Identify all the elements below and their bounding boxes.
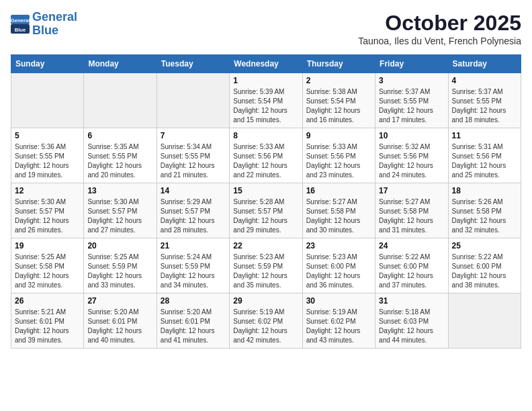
day-number: 14 — [161, 186, 226, 195]
day-info: Sunrise: 5:22 AMSunset: 6:00 PMDaylight:… — [379, 253, 444, 290]
calendar-cell: 3Sunrise: 5:37 AMSunset: 5:55 PMDaylight… — [375, 73, 448, 128]
day-info: Sunrise: 5:21 AMSunset: 6:01 PMDaylight:… — [15, 308, 80, 345]
calendar-cell: 2Sunrise: 5:38 AMSunset: 5:54 PMDaylight… — [302, 73, 375, 128]
day-info: Sunrise: 5:27 AMSunset: 5:58 PMDaylight:… — [306, 197, 371, 235]
day-number: 2 — [306, 76, 371, 85]
day-info: Sunrise: 5:34 AMSunset: 5:55 PMDaylight:… — [161, 142, 226, 180]
day-number: 20 — [87, 241, 152, 250]
day-info: Sunrise: 5:31 AMSunset: 5:56 PMDaylight:… — [452, 142, 517, 180]
day-info: Sunrise: 5:37 AMSunset: 5:55 PMDaylight:… — [379, 87, 444, 125]
day-info: Sunrise: 5:18 AMSunset: 6:03 PMDaylight:… — [379, 308, 444, 345]
calendar-cell: 22Sunrise: 5:23 AMSunset: 5:59 PMDayligh… — [230, 238, 302, 293]
calendar-cell: 28Sunrise: 5:20 AMSunset: 6:01 PMDayligh… — [157, 293, 229, 349]
calendar-cell: 14Sunrise: 5:29 AMSunset: 5:57 PMDayligh… — [157, 183, 229, 238]
day-info: Sunrise: 5:29 AMSunset: 5:57 PMDaylight:… — [161, 197, 226, 235]
day-info: Sunrise: 5:28 AMSunset: 5:57 PMDaylight:… — [233, 197, 298, 235]
calendar-cell: 31Sunrise: 5:18 AMSunset: 6:03 PMDayligh… — [375, 293, 448, 349]
day-info: Sunrise: 5:33 AMSunset: 5:56 PMDaylight:… — [233, 142, 298, 180]
day-number: 3 — [379, 76, 444, 85]
day-number: 4 — [452, 76, 517, 85]
day-number: 24 — [379, 241, 444, 250]
page-header: General Blue General Blue October 2025 T… — [11, 11, 521, 46]
day-info: Sunrise: 5:22 AMSunset: 6:00 PMDaylight:… — [452, 253, 517, 290]
day-number: 11 — [452, 131, 517, 140]
day-number: 18 — [452, 186, 517, 195]
calendar-cell: 15Sunrise: 5:28 AMSunset: 5:57 PMDayligh… — [230, 183, 302, 238]
day-number: 15 — [233, 186, 298, 195]
calendar-cell: 16Sunrise: 5:27 AMSunset: 5:58 PMDayligh… — [302, 183, 375, 238]
day-number: 27 — [87, 296, 152, 306]
calendar-cell: 12Sunrise: 5:30 AMSunset: 5:57 PMDayligh… — [11, 183, 84, 238]
calendar-cell: 11Sunrise: 5:31 AMSunset: 5:56 PMDayligh… — [448, 128, 521, 183]
day-number: 29 — [233, 296, 298, 306]
calendar-cell: 1Sunrise: 5:39 AMSunset: 5:54 PMDaylight… — [230, 73, 302, 128]
svg-text:Blue: Blue — [15, 26, 26, 32]
calendar-cell: 25Sunrise: 5:22 AMSunset: 6:00 PMDayligh… — [448, 238, 521, 293]
day-number: 19 — [15, 241, 80, 250]
calendar-cell: 7Sunrise: 5:34 AMSunset: 5:55 PMDaylight… — [157, 128, 229, 183]
calendar-cell: 13Sunrise: 5:30 AMSunset: 5:57 PMDayligh… — [84, 183, 157, 238]
day-number: 28 — [161, 296, 226, 306]
calendar-cell: 5Sunrise: 5:36 AMSunset: 5:55 PMDaylight… — [11, 128, 84, 183]
logo: General Blue General Blue — [11, 11, 77, 38]
day-info: Sunrise: 5:27 AMSunset: 5:58 PMDaylight:… — [379, 197, 444, 235]
calendar-cell — [448, 293, 521, 349]
month-title: October 2025 — [358, 11, 521, 36]
day-number: 31 — [379, 296, 444, 306]
day-number: 23 — [306, 241, 371, 250]
day-info: Sunrise: 5:20 AMSunset: 6:01 PMDaylight:… — [161, 308, 226, 345]
day-info: Sunrise: 5:23 AMSunset: 5:59 PMDaylight:… — [233, 253, 298, 290]
weekday-header-friday: Friday — [375, 55, 448, 73]
day-info: Sunrise: 5:30 AMSunset: 5:57 PMDaylight:… — [87, 197, 152, 235]
day-number: 21 — [161, 241, 226, 250]
svg-text:General: General — [11, 17, 30, 23]
weekday-header-monday: Monday — [84, 55, 157, 73]
location: Taunoa, Iles du Vent, French Polynesia — [358, 36, 521, 46]
day-info: Sunrise: 5:23 AMSunset: 6:00 PMDaylight:… — [306, 253, 371, 290]
day-info: Sunrise: 5:35 AMSunset: 5:55 PMDaylight:… — [87, 142, 152, 180]
calendar-cell: 23Sunrise: 5:23 AMSunset: 6:00 PMDayligh… — [302, 238, 375, 293]
day-info: Sunrise: 5:36 AMSunset: 5:55 PMDaylight:… — [15, 142, 80, 180]
weekday-header-wednesday: Wednesday — [230, 55, 302, 73]
day-info: Sunrise: 5:25 AMSunset: 5:58 PMDaylight:… — [15, 253, 80, 290]
day-number: 5 — [15, 131, 80, 140]
calendar-cell: 10Sunrise: 5:32 AMSunset: 5:56 PMDayligh… — [375, 128, 448, 183]
title-block: October 2025 Taunoa, Iles du Vent, Frenc… — [358, 11, 521, 46]
day-number: 9 — [306, 131, 371, 140]
calendar-cell — [84, 73, 157, 128]
calendar-cell: 18Sunrise: 5:26 AMSunset: 5:58 PMDayligh… — [448, 183, 521, 238]
day-number: 22 — [233, 241, 298, 250]
day-number: 13 — [87, 186, 152, 195]
day-number: 30 — [306, 296, 371, 306]
day-info: Sunrise: 5:33 AMSunset: 5:56 PMDaylight:… — [306, 142, 371, 180]
calendar-cell: 24Sunrise: 5:22 AMSunset: 6:00 PMDayligh… — [375, 238, 448, 293]
day-number: 1 — [233, 76, 298, 85]
calendar-cell: 6Sunrise: 5:35 AMSunset: 5:55 PMDaylight… — [84, 128, 157, 183]
day-info: Sunrise: 5:20 AMSunset: 6:01 PMDaylight:… — [87, 308, 152, 345]
day-number: 25 — [452, 241, 517, 250]
calendar-cell: 30Sunrise: 5:19 AMSunset: 6:02 PMDayligh… — [302, 293, 375, 349]
day-info: Sunrise: 5:25 AMSunset: 5:59 PMDaylight:… — [87, 253, 152, 290]
logo-icon: General Blue — [11, 15, 30, 34]
calendar-cell — [11, 73, 84, 128]
weekday-header-thursday: Thursday — [302, 55, 375, 73]
day-number: 7 — [161, 131, 226, 140]
weekday-header-tuesday: Tuesday — [157, 55, 229, 73]
calendar-cell: 4Sunrise: 5:37 AMSunset: 5:55 PMDaylight… — [448, 73, 521, 128]
calendar-cell: 26Sunrise: 5:21 AMSunset: 6:01 PMDayligh… — [11, 293, 84, 349]
day-info: Sunrise: 5:38 AMSunset: 5:54 PMDaylight:… — [306, 87, 371, 125]
calendar-cell: 20Sunrise: 5:25 AMSunset: 5:59 PMDayligh… — [84, 238, 157, 293]
calendar-cell: 21Sunrise: 5:24 AMSunset: 5:59 PMDayligh… — [157, 238, 229, 293]
calendar-cell: 27Sunrise: 5:20 AMSunset: 6:01 PMDayligh… — [84, 293, 157, 349]
calendar-cell: 19Sunrise: 5:25 AMSunset: 5:58 PMDayligh… — [11, 238, 84, 293]
day-info: Sunrise: 5:19 AMSunset: 6:02 PMDaylight:… — [233, 308, 298, 345]
calendar-cell — [157, 73, 229, 128]
weekday-header-sunday: Sunday — [11, 55, 84, 73]
day-info: Sunrise: 5:32 AMSunset: 5:56 PMDaylight:… — [379, 142, 444, 180]
logo-text: General Blue — [32, 11, 77, 38]
day-info: Sunrise: 5:19 AMSunset: 6:02 PMDaylight:… — [306, 308, 371, 345]
calendar-table: SundayMondayTuesdayWednesdayThursdayFrid… — [11, 54, 521, 349]
calendar-cell: 17Sunrise: 5:27 AMSunset: 5:58 PMDayligh… — [375, 183, 448, 238]
day-number: 26 — [15, 296, 80, 306]
calendar-cell: 8Sunrise: 5:33 AMSunset: 5:56 PMDaylight… — [230, 128, 302, 183]
